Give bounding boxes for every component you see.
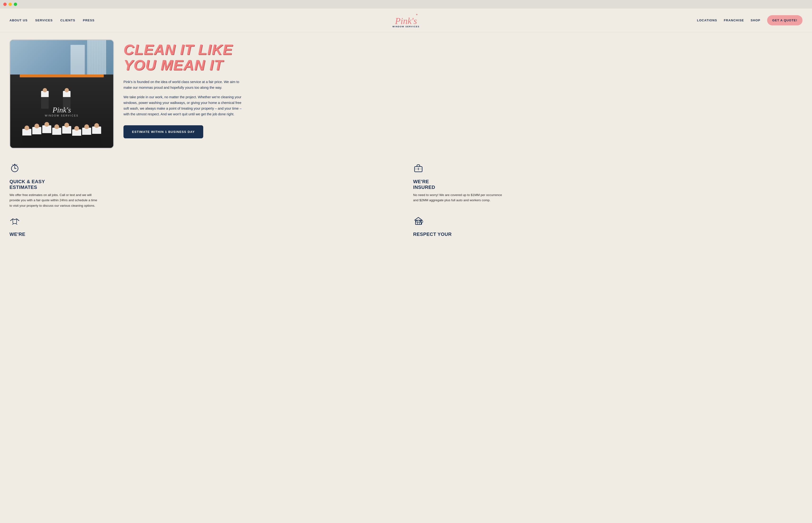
hero-body-2: We take pride in our work, no matter the… [123, 94, 247, 117]
get-quote-button[interactable]: Get a Quote! [767, 15, 802, 25]
nav-left: About Us Services Clients Press [10, 19, 94, 22]
nav-link-clients[interactable]: Clients [60, 19, 75, 22]
house-icon [413, 215, 802, 228]
browser-dot-minimize[interactable] [8, 3, 12, 6]
feature-title-insured: We'reInsured [413, 179, 802, 190]
team-photo [10, 89, 113, 148]
nav-link-press[interactable]: Press [83, 19, 94, 22]
svg-point-4 [14, 164, 15, 165]
van-logo: Pink's [45, 105, 78, 114]
features-section: Quick & EasyEstimates We offer free esti… [0, 158, 812, 249]
person-2 [32, 127, 41, 148]
feature-were: We're [10, 215, 399, 239]
briefcase-icon [413, 163, 802, 175]
feature-title-were: We're [10, 231, 399, 237]
hero-body-1: Pink's is founded on the idea of world c… [123, 79, 247, 91]
nav-link-services[interactable]: Services [35, 19, 53, 22]
person-6 [72, 129, 81, 148]
nav-link-locations[interactable]: Locations [697, 19, 717, 22]
handshake-icon [10, 215, 399, 228]
person-4 [52, 128, 61, 148]
nav-link-franchise[interactable]: Franchise [724, 19, 744, 22]
feature-title-estimates: Quick & EasyEstimates [10, 179, 399, 190]
navbar: About Us Services Clients Press ✦ Pink's… [0, 8, 812, 32]
browser-dot-close[interactable] [3, 3, 7, 6]
feature-desc-estimates: We offer free estimates on all jobs. Cal… [10, 193, 100, 208]
nav-link-shop[interactable]: Shop [751, 19, 760, 22]
hero-section: Pink's Window Services [0, 32, 812, 158]
person-5 [62, 126, 71, 148]
nav-right: Locations Franchise Shop Get a Quote! [697, 15, 802, 25]
estimate-button[interactable]: Estimate Within 1 Business Day [123, 125, 203, 138]
logo-subtitle: Window Services [392, 25, 420, 28]
person-8 [92, 126, 101, 148]
browser-dot-maximize[interactable] [14, 3, 17, 6]
hero-text: Clean It Like You Mean It Pink's is foun… [123, 39, 802, 138]
nav-link-about[interactable]: About Us [10, 19, 28, 22]
clock-icon [10, 163, 399, 175]
feature-insured: We'reInsured No need to worry! We are co… [413, 163, 802, 208]
feature-estimates: Quick & EasyEstimates We offer free esti… [10, 163, 399, 208]
hero-headline: Clean It Like You Mean It [123, 42, 802, 73]
feature-title-respect: Respect Your [413, 231, 802, 237]
person-3 [42, 125, 51, 148]
feature-respect: Respect Your [413, 215, 802, 239]
browser-chrome [0, 0, 812, 8]
hero-image: Pink's Window Services [10, 39, 114, 148]
person-1 [22, 129, 31, 148]
svg-rect-9 [418, 222, 419, 224]
nav-logo: ✦ Pink's Window Services [392, 13, 420, 28]
person-7 [82, 128, 91, 148]
logo-text: Pink's [395, 16, 417, 26]
van-subtitle: Window Services [45, 114, 78, 117]
feature-desc-insured: No need to worry! We are covered up to $… [413, 193, 504, 203]
